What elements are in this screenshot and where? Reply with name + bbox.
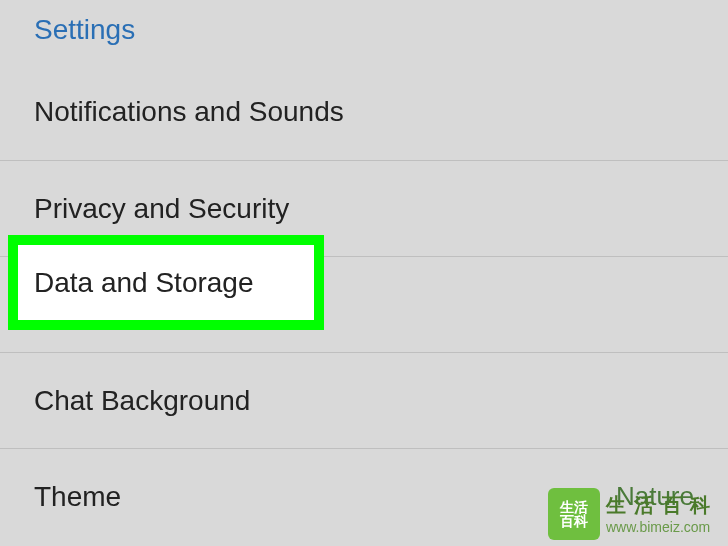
settings-item-data-storage[interactable]: Data and Storage <box>0 256 728 352</box>
watermark-line1: 生活百科 <box>606 492 718 518</box>
settings-item-label: Data and Storage <box>34 289 254 321</box>
watermark-text: 生活百科 www.bimeiz.com <box>606 492 718 536</box>
watermark: 生活 百科 生活百科 www.bimeiz.com <box>548 488 718 540</box>
watermark-line2: www.bimeiz.com <box>606 518 718 536</box>
settings-list: Notifications and Sounds Privacy and Sec… <box>0 64 728 544</box>
settings-item-privacy[interactable]: Privacy and Security <box>0 160 728 256</box>
settings-item-label: Notifications and Sounds <box>34 96 344 128</box>
settings-section-header: Settings <box>0 0 728 64</box>
settings-item-label: Privacy and Security <box>34 193 289 225</box>
watermark-badge-top: 生活 <box>560 500 588 514</box>
settings-item-label: Chat Background <box>34 385 250 417</box>
settings-item-label: Theme <box>34 481 121 513</box>
settings-item-chat-background[interactable]: Chat Background <box>0 352 728 448</box>
watermark-badge: 生活 百科 <box>548 488 600 540</box>
settings-item-notifications[interactable]: Notifications and Sounds <box>0 64 728 160</box>
watermark-badge-bottom: 百科 <box>560 514 588 528</box>
